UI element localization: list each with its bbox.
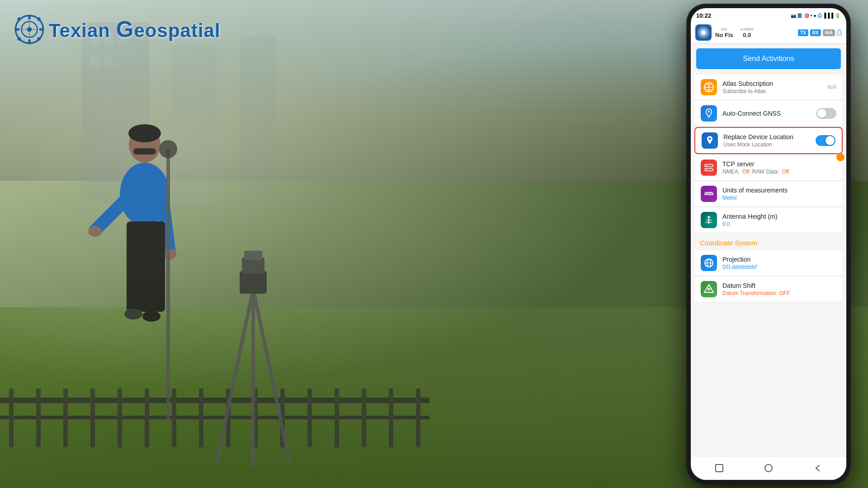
units-title: Units of measurements bbox=[722, 187, 836, 194]
nav-home-button[interactable] bbox=[760, 460, 777, 476]
svg-line-30 bbox=[95, 199, 127, 230]
phone-bottom-nav bbox=[691, 456, 846, 480]
svg-rect-24 bbox=[389, 389, 393, 447]
coordinate-system-header: Coordinate System bbox=[691, 234, 846, 249]
badge-tx: TX bbox=[798, 29, 808, 36]
status-time: 10:22 bbox=[696, 12, 711, 19]
svg-point-32 bbox=[88, 226, 102, 237]
replace-device-icon bbox=[702, 132, 718, 149]
autoconnect-toggle[interactable] bbox=[816, 108, 836, 119]
notification-icons: 📷 📘 🎯 • bbox=[791, 13, 812, 18]
projection-icon bbox=[701, 255, 717, 271]
atlas-text: Atlas Subscription Subscribe to Atlas bbox=[722, 80, 822, 94]
atlas-subtitle: Subscribe to Atlas bbox=[722, 88, 822, 94]
tcp-server-item[interactable]: TCP server NMEA: Off RAW Data: Off bbox=[694, 155, 843, 180]
atlas-subscription-item[interactable]: Atlas Subscription Subscribe to Atlas N/… bbox=[694, 75, 843, 100]
svg-point-37 bbox=[124, 309, 142, 319]
svg-rect-47 bbox=[28, 15, 30, 20]
app-header: FIX No Fix H RMS 0.0 TX RX N/A ⎙ bbox=[691, 22, 846, 44]
logo-part1: Texian bbox=[49, 20, 110, 41]
replace-device-location-item[interactable]: Replace Device Location Uses Mock Locati… bbox=[694, 127, 843, 154]
svg-point-62 bbox=[708, 111, 710, 113]
toggle-knob-on bbox=[826, 136, 835, 145]
signal-icon: ● bbox=[814, 13, 816, 18]
replace-device-toggle[interactable] bbox=[816, 135, 835, 146]
units-text: Units of measurements Metric bbox=[722, 187, 836, 201]
logo-g-icon: G bbox=[116, 17, 134, 42]
send-activations-button[interactable]: Send Activitions bbox=[696, 48, 841, 69]
replace-device-title: Replace Device Location bbox=[723, 133, 810, 141]
svg-rect-48 bbox=[28, 39, 30, 44]
header-badges: TX RX N/A ⎙ bbox=[798, 28, 842, 38]
svg-point-38 bbox=[142, 311, 160, 322]
svg-rect-7 bbox=[240, 36, 276, 203]
svg-point-60 bbox=[702, 31, 705, 34]
datum-icon bbox=[701, 281, 717, 297]
raw-label: RAW Data: bbox=[752, 169, 779, 175]
svg-rect-64 bbox=[705, 164, 713, 167]
svg-point-87 bbox=[765, 465, 772, 472]
tcp-subtitle: NMEA: Off RAW Data: Off bbox=[722, 169, 836, 175]
phone-screen: 10:22 📷 📘 🎯 • ● ⎙ ▐▐▐ 🔋 FIX bbox=[691, 8, 846, 480]
badge-rx: RX bbox=[810, 29, 821, 36]
nmea-label: NMEA: bbox=[722, 169, 740, 175]
nav-back-button[interactable] bbox=[810, 460, 826, 476]
fix-stat: FIX No Fix bbox=[715, 27, 733, 38]
antenna-text: Antenna Height (m) 0.0 bbox=[722, 213, 836, 227]
svg-rect-10 bbox=[9, 389, 14, 447]
header-info: FIX No Fix H RMS 0.0 bbox=[715, 27, 794, 38]
projection-title: Projection bbox=[722, 256, 836, 263]
phone-device: 10:22 📷 📘 🎯 • ● ⎙ ▐▐▐ 🔋 FIX bbox=[687, 5, 850, 483]
fix-label: FIX bbox=[721, 27, 727, 32]
svg-point-28 bbox=[128, 124, 161, 142]
datum-title: Datum Shift bbox=[722, 282, 836, 289]
projection-item[interactable]: Projection DD.dddddddd° bbox=[694, 250, 843, 276]
app-logo bbox=[695, 24, 712, 41]
antenna-height-item[interactable]: Antenna Height (m) 0.0 bbox=[694, 207, 843, 233]
svg-rect-11 bbox=[36, 389, 41, 447]
svg-rect-35 bbox=[166, 149, 170, 420]
datum-subtitle: Datum Transformation: OFF bbox=[722, 290, 836, 296]
toggle-knob bbox=[817, 109, 826, 118]
svg-rect-49 bbox=[15, 28, 20, 30]
svg-rect-34 bbox=[127, 221, 165, 312]
bluetooth-status: ⎙ bbox=[818, 12, 821, 19]
tcp-server-text: TCP server NMEA: Off RAW Data: Off bbox=[722, 160, 836, 175]
units-icon bbox=[701, 186, 717, 202]
nmea-value: Off bbox=[742, 169, 750, 175]
svg-line-39 bbox=[217, 289, 253, 461]
units-subtitle: Metric bbox=[722, 195, 836, 201]
atlas-title: Atlas Subscription bbox=[722, 80, 822, 87]
logo-text: Texian Geospatial bbox=[49, 16, 221, 42]
tcp-server-wrapper: TCP server NMEA: Off RAW Data: Off bbox=[694, 155, 843, 180]
tcp-server-title: TCP server bbox=[722, 160, 836, 168]
atlas-right: N/A bbox=[827, 84, 836, 90]
svg-point-63 bbox=[709, 138, 711, 140]
app-content[interactable]: Send Activitions Atlas Subscription Subs… bbox=[691, 44, 846, 456]
datum-shift-item[interactable]: Datum Shift Datum Transformation: OFF bbox=[694, 277, 843, 302]
svg-rect-29 bbox=[133, 148, 156, 155]
tripod bbox=[208, 244, 298, 470]
projection-text: Projection DD.dddddddd° bbox=[722, 256, 836, 270]
svg-rect-21 bbox=[307, 389, 312, 447]
svg-rect-50 bbox=[39, 28, 44, 30]
nav-recents-button[interactable] bbox=[711, 460, 727, 476]
hrms-label: H RMS bbox=[741, 27, 754, 32]
atlas-icon bbox=[701, 79, 717, 95]
svg-rect-65 bbox=[705, 169, 713, 171]
autoconnect-gnss-item[interactable]: Auto-Connect GNSS bbox=[694, 101, 843, 126]
units-measurements-item[interactable]: Units of measurements Metric bbox=[694, 181, 843, 206]
svg-rect-42 bbox=[240, 271, 267, 294]
logo-icon bbox=[14, 14, 45, 45]
orange-dot-indicator bbox=[836, 153, 844, 161]
svg-point-36 bbox=[159, 140, 177, 158]
autoconnect-text: Auto-Connect GNSS bbox=[722, 110, 811, 117]
svg-point-66 bbox=[706, 165, 707, 166]
antenna-title: Antenna Height (m) bbox=[722, 213, 836, 220]
antenna-icon bbox=[701, 212, 717, 228]
status-icons: 📷 📘 🎯 • ● ⎙ ▐▐▐ 🔋 bbox=[791, 12, 841, 19]
badge-na: N/A bbox=[823, 29, 835, 36]
bottom-spacer bbox=[691, 303, 846, 312]
svg-point-67 bbox=[706, 169, 707, 170]
svg-rect-22 bbox=[335, 389, 339, 447]
